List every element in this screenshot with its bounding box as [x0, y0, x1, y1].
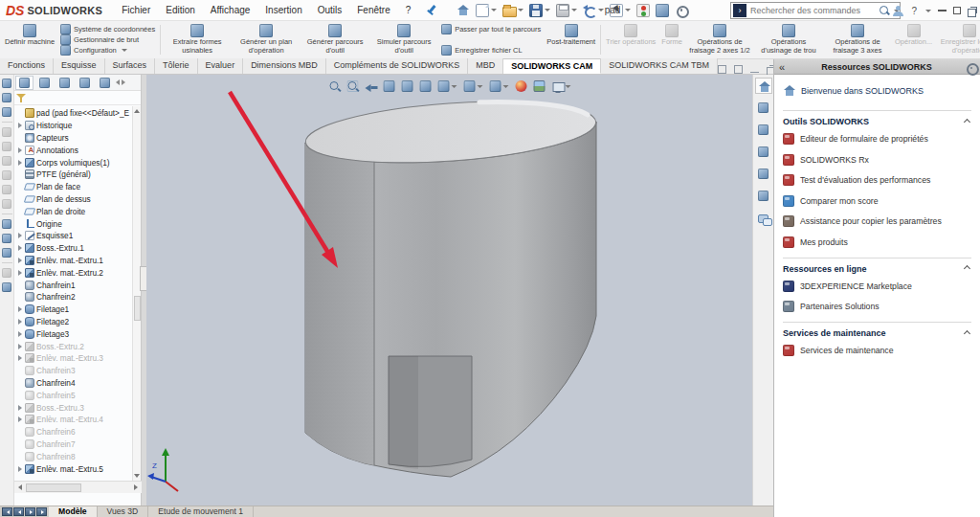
bottom-tab-vues-3d[interactable]: Vues 3D: [98, 506, 149, 517]
view-settings-button[interactable]: [549, 79, 572, 94]
section-header[interactable]: Outils SOLIDWORKS: [783, 117, 971, 126]
expand-arrow-icon[interactable]: [16, 306, 23, 312]
tree-item-ptfe-g-n-ral-[interactable]: PTFE (général): [14, 169, 133, 181]
expand-arrow-icon[interactable]: [16, 344, 23, 349]
zoom-fit-button[interactable]: [326, 79, 342, 94]
tree-item-filetage1[interactable]: Filetage1: [14, 303, 133, 316]
tree-item-plan-de-dessus[interactable]: Plan de dessus: [14, 193, 133, 206]
tree-item-chanfrein8[interactable]: Chanfrein8: [14, 450, 133, 462]
expand-arrow-icon[interactable]: [16, 355, 23, 361]
post-traitement-button[interactable]: Post-traitement: [544, 22, 598, 57]
dropdown-caret-icon[interactable]: [502, 85, 508, 88]
expand-arrow-icon[interactable]: [16, 331, 23, 337]
welcome-link[interactable]: Bienvenue dans SOLIDWORKS: [783, 84, 971, 97]
dropdown-caret-icon[interactable]: [571, 9, 577, 11]
tree-item-enl-v-mat-extru-3[interactable]: Enlèv. mat.-Extru.3: [14, 352, 133, 365]
gear-icon[interactable]: [965, 61, 975, 72]
tree-item-enl-v-mat-extru-1[interactable]: Enlèv. mat.-Extru.1: [14, 255, 133, 267]
expand-arrow-icon[interactable]: [16, 160, 23, 166]
dropdown-caret-icon[interactable]: [122, 49, 127, 52]
zoom-area-button[interactable]: [345, 79, 360, 94]
d-finir-machine-button[interactable]: Définir machine: [2, 22, 57, 57]
next-tab-button[interactable]: [25, 507, 35, 516]
bottom-tab-etude-de-mouvement-1[interactable]: Etude de mouvement 1: [148, 506, 254, 517]
apply-scene-button[interactable]: [531, 79, 546, 94]
collapse-chevron-icon[interactable]: [964, 329, 970, 336]
dropdown-caret-icon[interactable]: [451, 85, 457, 88]
dropdown-caret-icon[interactable]: [477, 85, 482, 88]
new-file-button[interactable]: [474, 2, 499, 19]
scroll-tabs-left-icon[interactable]: [116, 79, 120, 85]
gestionnaire-de-brut-button[interactable]: Gestionnaire de brut: [60, 34, 155, 45]
home-tab[interactable]: [755, 78, 772, 94]
tree-item-boss-extru-3[interactable]: Boss.-Extru.3: [14, 401, 133, 414]
undo-button[interactable]: [581, 2, 606, 19]
tree-item-chanfrein2[interactable]: Chanfrein2: [14, 291, 133, 303]
tree-horizontal-scrollbar[interactable]: [14, 481, 142, 493]
display-style-button[interactable]: [461, 79, 484, 94]
comparer-mon-score-link[interactable]: Comparer mon score: [783, 195, 971, 207]
view-palette-tab[interactable]: [755, 144, 772, 160]
previous-view-button[interactable]: [363, 79, 378, 94]
expand-arrow-icon[interactable]: [16, 466, 23, 472]
section-header[interactable]: Services de maintenance: [783, 328, 971, 338]
dropdown-caret-icon[interactable]: [598, 9, 604, 11]
tab-solidworks-cam-tbm[interactable]: SOLIDWORKS CAM TBM: [601, 58, 718, 74]
simuler-parcours-d-outil-button[interactable]: Simuler parcours d'outil: [369, 22, 438, 57]
dimxpertmanager-tab[interactable]: [76, 76, 94, 90]
op-rations-de-fraisage-2-axes-1-2-button[interactable]: Opérations de fraisage 2 axes 1/2: [685, 22, 754, 57]
scroll-tabs-right-icon[interactable]: [122, 79, 125, 85]
tree-item-annotations[interactable]: Annotations: [14, 144, 133, 156]
save-button[interactable]: [527, 2, 552, 19]
scroll-right-icon[interactable]: [134, 484, 138, 490]
menu-[interactable]: ?: [398, 0, 419, 21]
custom-properties-tab[interactable]: [755, 188, 772, 204]
g-n-rer-un-plan-d-op-ration-button[interactable]: Générer un plan d'opération: [232, 22, 301, 57]
expand-icon[interactable]: [734, 65, 743, 74]
hide-show-items-button[interactable]: [487, 79, 510, 94]
dropdown-caret-icon[interactable]: [545, 9, 550, 11]
test-d-valuation-des-performances-link[interactable]: Test d'évaluation des performances: [783, 174, 971, 186]
3dexperience-marketplace-link[interactable]: 3DEXPERIENCE Marketplace: [783, 281, 971, 292]
menu-insertion[interactable]: Insertion: [257, 0, 309, 21]
cam-mill2-icon[interactable]: [2, 234, 11, 243]
part-flat-face[interactable]: [305, 143, 374, 465]
assistance-pour-copier-les-param-tres-link[interactable]: Assistance pour copier les paramètres: [783, 215, 971, 227]
cam-tolerance-icon[interactable]: [2, 282, 11, 292]
expand-arrow-icon[interactable]: [16, 123, 23, 128]
search-icon[interactable]: [879, 5, 890, 16]
tree-item-capteurs[interactable]: Capteurs: [14, 132, 133, 145]
collapse-chevron-icon[interactable]: [964, 118, 970, 124]
partenaires-solutions-link[interactable]: Partenaires Solutions: [783, 301, 971, 312]
tree-item-enl-v-mat-extru-4[interactable]: Enlèv. mat.-Extru.4: [14, 414, 133, 426]
print-button[interactable]: [554, 2, 579, 19]
collapse-panel-icon[interactable]: «: [779, 61, 785, 73]
tab-fonctions[interactable]: Fonctions: [0, 58, 54, 74]
expand-arrow-icon[interactable]: [16, 147, 23, 153]
edit-appearance-button[interactable]: [513, 79, 528, 94]
expand-arrow-icon[interactable]: [16, 270, 23, 276]
tree-item-filetage2[interactable]: Filetage2: [14, 316, 133, 328]
expand-arrow-icon[interactable]: [16, 405, 23, 411]
home-button[interactable]: [455, 2, 472, 19]
configurationmanager-tab[interactable]: [56, 76, 74, 90]
cam-stock-icon[interactable]: [2, 107, 11, 117]
tree-item-chanfrein5[interactable]: Chanfrein5: [14, 389, 133, 401]
expand-arrow-icon[interactable]: [16, 319, 23, 325]
minimize-icon[interactable]: [750, 65, 759, 74]
g-n-rer-parcours-d-outil-button[interactable]: Générer parcours d'outil: [301, 22, 369, 57]
configuration-button[interactable]: Configuration: [60, 45, 155, 56]
enregistrer-fichier-cl-button[interactable]: Enregistrer fichier CL: [441, 45, 541, 56]
tree-item-chanfrein7[interactable]: Chanfrein7: [14, 438, 133, 451]
cam-mill3-icon[interactable]: [2, 248, 11, 258]
tree-item-origine[interactable]: Origine: [14, 217, 133, 230]
expand-arrow-icon[interactable]: [16, 233, 23, 238]
appearances-tab[interactable]: [755, 166, 772, 182]
scroll-down-icon[interactable]: [134, 474, 140, 478]
tree-item-plan-de-face[interactable]: Plan de face: [14, 181, 133, 193]
forum-tab[interactable]: [755, 210, 772, 226]
pin-menu-icon[interactable]: [424, 3, 439, 18]
tree-item-historique[interactable]: Historique: [14, 120, 133, 132]
tree-item-enl-v-mat-extru-5[interactable]: Enlèv. mat.-Extru.5: [14, 462, 133, 475]
design-library-tab[interactable]: [755, 100, 772, 116]
